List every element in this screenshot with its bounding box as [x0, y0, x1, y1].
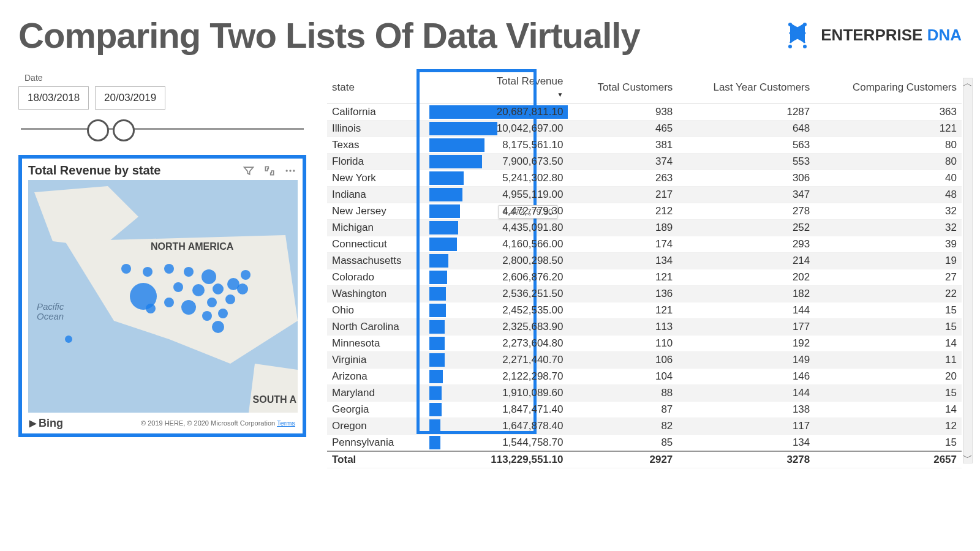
- more-options-icon[interactable]: [284, 165, 296, 177]
- date-from-input[interactable]: 18/03/2018: [18, 86, 89, 110]
- cell-revenue: 1,544,758.70: [429, 435, 568, 452]
- cell-last-year-customers: 347: [677, 187, 815, 203]
- svg-point-14: [202, 269, 216, 284]
- cell-comparing-customers: 12: [815, 418, 962, 435]
- map-title: Total Revenue by state: [28, 163, 160, 178]
- cell-revenue: 2,325,683.90: [429, 319, 568, 335]
- col-total-revenue[interactable]: Total Revenue▼: [429, 73, 568, 104]
- cell-total-customers: 212: [568, 203, 677, 220]
- table-row[interactable]: New Jersey4,472,779.3021227832: [327, 203, 962, 220]
- table-row[interactable]: North Carolina2,325,683.9011317715: [327, 319, 962, 335]
- cell-revenue: 2,606,876.20: [429, 269, 568, 286]
- cell-comparing-customers: 80: [815, 154, 962, 170]
- cell-last-year-customers: 214: [677, 253, 815, 269]
- table-row[interactable]: Michigan4,435,091.8018925232: [327, 220, 962, 236]
- cell-total-customers: 134: [568, 253, 677, 269]
- table-row[interactable]: Virginia2,271,440.7010614911: [327, 352, 962, 369]
- table-row[interactable]: Maryland1,910,089.608814415: [327, 385, 962, 402]
- col-comparing-customers[interactable]: Comparing Customers: [815, 73, 962, 104]
- table-row[interactable]: Pennsylvania1,544,758.708513415: [327, 435, 962, 452]
- cell-revenue: 2,452,535.00: [429, 302, 568, 319]
- data-table[interactable]: state Total Revenue▼ Total Customers Las…: [327, 73, 962, 468]
- svg-point-3: [803, 45, 807, 48]
- table-row[interactable]: New York5,241,302.8026330640: [327, 170, 962, 187]
- cell-comparing-customers: 15: [815, 435, 962, 452]
- cell-state: Florida: [327, 154, 429, 170]
- map-visual[interactable]: Total Revenue by state: [18, 155, 306, 437]
- cell-state: Washington: [327, 286, 429, 302]
- table-scrollbar[interactable]: ︿ ﹀: [963, 78, 973, 463]
- cell-state: New York: [327, 170, 429, 187]
- cell-comparing-customers: 20: [815, 369, 962, 385]
- scroll-down-icon[interactable]: ﹀: [963, 453, 972, 463]
- cell-revenue: 1,847,471.40: [429, 402, 568, 418]
- table-row[interactable]: Florida7,900,673.5037455380: [327, 154, 962, 170]
- cell-revenue: 2,536,251.50: [429, 286, 568, 302]
- cell-state: Minnesota: [327, 335, 429, 352]
- cell-revenue: 8,175,561.10: [429, 137, 568, 154]
- svg-point-20: [237, 283, 248, 294]
- svg-point-17: [213, 283, 224, 294]
- cell-state: New Jersey: [327, 203, 429, 220]
- filter-icon[interactable]: [243, 165, 255, 177]
- table-row[interactable]: Ohio2,452,535.0012114415: [327, 302, 962, 319]
- cell-state: Massachusetts: [327, 253, 429, 269]
- focus-mode-icon[interactable]: [263, 165, 276, 177]
- slider-handle-to[interactable]: [113, 119, 135, 141]
- cell-revenue: 10,042,697.00: [429, 121, 568, 137]
- cell-comparing-customers: 40: [815, 170, 962, 187]
- svg-point-25: [146, 304, 156, 313]
- svg-point-7: [293, 170, 295, 171]
- cell-state: Connecticut: [327, 236, 429, 253]
- cell-comparing-customers: 14: [815, 402, 962, 418]
- svg-point-21: [225, 294, 235, 304]
- cell-state: Indiana: [327, 187, 429, 203]
- cell-state: Michigan: [327, 220, 429, 236]
- cell-comparing-customers: 15: [815, 385, 962, 402]
- table-row[interactable]: California20,687,811.109381287363: [327, 104, 962, 121]
- north-america-land: [65, 235, 298, 364]
- cell-total-customers: 136: [568, 286, 677, 302]
- date-to-input[interactable]: 20/03/2019: [95, 86, 165, 110]
- table-row[interactable]: Georgia1,847,471.408713814: [327, 402, 962, 418]
- cell-revenue: 1,647,878.40: [429, 418, 568, 435]
- col-last-year-customers[interactable]: Last Year Customers: [677, 73, 815, 104]
- table-row[interactable]: Indiana4,955,119.0021734748: [327, 187, 962, 203]
- table-row[interactable]: Connecticut4,160,566.0017429339: [327, 236, 962, 253]
- slider-handle-from[interactable]: [87, 119, 109, 141]
- cell-comparing-customers: 27: [815, 269, 962, 286]
- table-row[interactable]: Massachusetts2,800,298.5013421419: [327, 253, 962, 269]
- svg-point-0: [788, 23, 792, 26]
- table-row[interactable]: Washington2,536,251.5013618222: [327, 286, 962, 302]
- col-state[interactable]: state: [327, 73, 429, 104]
- table-row[interactable]: Minnesota2,273,604.8011019214: [327, 335, 962, 352]
- date-slider[interactable]: [21, 116, 304, 141]
- table-row[interactable]: Illinois10,042,697.00465648121: [327, 121, 962, 137]
- col-total-customers[interactable]: Total Customers: [568, 73, 677, 104]
- continent-label: NORTH AMERICA: [151, 241, 233, 252]
- table-row[interactable]: Texas8,175,561.1038156380: [327, 137, 962, 154]
- cell-last-year-customers: 144: [677, 302, 815, 319]
- cell-comparing-customers: 363: [815, 104, 962, 121]
- table-row[interactable]: Oregon1,647,878.408211712: [327, 418, 962, 435]
- svg-point-2: [788, 45, 792, 48]
- cell-last-year-customers: 202: [677, 269, 815, 286]
- cell-total-customers: 106: [568, 352, 677, 369]
- bing-logo: ▸Bing: [29, 415, 63, 431]
- cell-last-year-customers: 553: [677, 154, 815, 170]
- cell-total-customers: 110: [568, 335, 677, 352]
- cell-comparing-customers: 19: [815, 253, 962, 269]
- cell-last-year-customers: 192: [677, 335, 815, 352]
- svg-point-13: [184, 267, 194, 277]
- cell-state: Pennsylvania: [327, 435, 429, 452]
- map-canvas[interactable]: NORTH AMERICA SOUTH A Pacific Ocean: [28, 180, 298, 413]
- svg-point-4: [796, 34, 799, 37]
- svg-point-11: [143, 267, 153, 277]
- table-row[interactable]: Colorado2,606,876.2012120227: [327, 269, 962, 286]
- map-terms-link[interactable]: Terms: [277, 419, 295, 427]
- scroll-up-icon[interactable]: ︿: [963, 78, 972, 88]
- cell-last-year-customers: 563: [677, 137, 815, 154]
- svg-point-10: [121, 264, 131, 274]
- table-row[interactable]: Arizona2,122,298.7010414620: [327, 369, 962, 385]
- cell-total-customers: 85: [568, 435, 677, 452]
